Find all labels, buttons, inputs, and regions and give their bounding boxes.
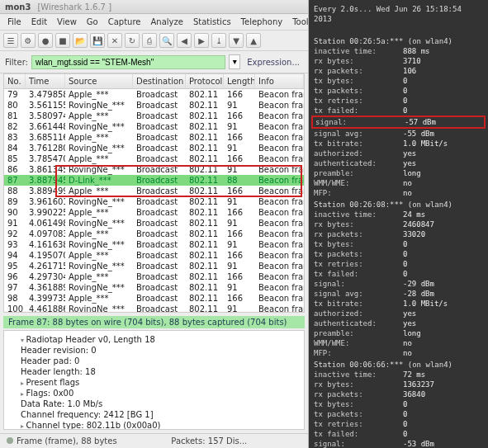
detail-line[interactable]: Data Rate: 1.0 Mb/s bbox=[11, 398, 297, 409]
detail-line[interactable]: Present flags bbox=[11, 377, 297, 388]
table-row[interactable]: 914.061498RovingNe_***Broadcast802.1191B… bbox=[4, 218, 304, 229]
packet-header-row: No.TimeSourceDestinationProtocolLengthIn… bbox=[4, 74, 304, 89]
station-row: signal:-53 dBm bbox=[309, 439, 488, 448]
station-row: tx bitrate:1.0 MBit/s bbox=[309, 299, 488, 309]
station-row: tx retries:0 bbox=[309, 259, 488, 269]
print-icon[interactable]: ⎙ bbox=[142, 33, 157, 48]
filter-bar: Filter: ▾ Expression... bbox=[0, 51, 308, 73]
packet-details[interactable]: Radiotap Header v0, Length 18Header revi… bbox=[3, 330, 305, 430]
menu-statistics[interactable]: Statistics bbox=[189, 16, 235, 28]
col-protocol[interactable]: Protocol bbox=[186, 74, 224, 88]
back-icon[interactable]: ◀ bbox=[177, 33, 192, 48]
expression-button[interactable]: Expression... bbox=[244, 58, 303, 67]
table-row[interactable]: 843.761280RovingNe_***Broadcast802.1191B… bbox=[4, 143, 304, 153]
table-row[interactable]: 984.399735Apple_***Broadcast802.11166Bea… bbox=[4, 293, 304, 304]
packet-list[interactable]: No.TimeSourceDestinationProtocolLengthIn… bbox=[3, 73, 305, 313]
table-row[interactable]: 924.097083Apple_***Broadcast802.11166Bea… bbox=[4, 229, 304, 239]
record-icon[interactable]: ● bbox=[38, 33, 53, 48]
station-row: tx packets:0 bbox=[309, 249, 488, 259]
station-row: tx bytes:0 bbox=[309, 239, 488, 249]
list-icon[interactable]: ☰ bbox=[3, 33, 18, 48]
col-length[interactable]: Length bbox=[224, 74, 255, 88]
filter-dropdown[interactable]: ▾ bbox=[229, 54, 240, 69]
titlebar: mon3 [Wireshark 1.6.7 ] bbox=[0, 0, 308, 14]
detail-line[interactable]: Header length: 18 bbox=[11, 366, 297, 377]
table-row[interactable]: 954.261715RovingNe_***Broadcast802.1191B… bbox=[4, 261, 304, 271]
station-row: signal:-29 dBm bbox=[309, 279, 488, 289]
menu-view[interactable]: View bbox=[53, 16, 81, 28]
col-no[interactable]: No. bbox=[4, 74, 26, 88]
menu-go[interactable]: Go bbox=[83, 16, 102, 28]
search-icon[interactable]: 🔍 bbox=[159, 33, 174, 48]
status-dot-icon bbox=[7, 437, 13, 444]
station-row: tx retries:0 bbox=[309, 96, 488, 106]
status-bar: Frame (frame), 88 bytes Packets: 157 Dis… bbox=[0, 433, 308, 448]
col-source[interactable]: Source bbox=[65, 74, 133, 88]
station-row: rx packets:36840 bbox=[309, 389, 488, 399]
close-icon[interactable]: ✕ bbox=[107, 33, 122, 48]
station-header: Station 00:26:5a:*** (on wlan4) bbox=[309, 36, 488, 46]
station-row: preamble:long bbox=[309, 168, 488, 178]
station-row: rx packets:106 bbox=[309, 66, 488, 76]
filter-input[interactable] bbox=[31, 55, 225, 69]
table-row[interactable]: 833.685116Apple_***Broadcast802.11166Bea… bbox=[4, 132, 304, 143]
menu-analyze[interactable]: Analyze bbox=[146, 16, 187, 28]
table-row[interactable]: 964.297304Apple_***Broadcast802.11166Bea… bbox=[4, 271, 304, 282]
reload-icon[interactable]: ↻ bbox=[125, 33, 140, 48]
jump-icon[interactable]: ⤓ bbox=[211, 33, 226, 48]
table-row[interactable]: 903.990225Apple_***Broadcast802.11166Bea… bbox=[4, 207, 304, 218]
detail-line[interactable]: Flags: 0x00 bbox=[11, 388, 297, 398]
wireshark-pane: mon3 [Wireshark 1.6.7 ] FileEditViewGoCa… bbox=[0, 0, 309, 448]
station-row: tx bytes:0 bbox=[309, 76, 488, 86]
folder-icon[interactable]: 📂 bbox=[73, 33, 88, 48]
table-row[interactable]: 853.785470Apple_***Broadcast802.11166Bea… bbox=[4, 153, 304, 164]
forward-icon[interactable]: ▶ bbox=[194, 33, 209, 48]
station-row: MFP:no bbox=[309, 348, 488, 358]
table-row[interactable]: 1004.461886RovingNe_***Broadcast802.1191… bbox=[4, 304, 304, 313]
col-destination[interactable]: Destination bbox=[133, 74, 186, 88]
table-row[interactable]: 893.961601RovingNe_***Broadcast802.1191B… bbox=[4, 196, 304, 207]
status-left: Frame (frame), 88 bytes bbox=[17, 436, 117, 446]
station-row: rx bytes:1363237 bbox=[309, 380, 488, 389]
station-row: tx failed:0 bbox=[309, 429, 488, 439]
station-row: preamble:long bbox=[309, 328, 488, 338]
table-row[interactable]: 793.479858Apple_***Broadcast802.11166Bea… bbox=[4, 89, 304, 100]
station-row: inactive time:24 ms bbox=[309, 210, 488, 219]
detail-line[interactable]: Radiotap Header v0, Length 18 bbox=[11, 334, 297, 345]
station-row: signal:-57 dBm bbox=[311, 116, 486, 129]
station-row: MFP:no bbox=[309, 188, 488, 198]
station-row: signal avg:-28 dBm bbox=[309, 289, 488, 299]
frame-summary-bar: Frame 87: 88 bytes on wire (704 bits), 8… bbox=[3, 316, 305, 328]
up-icon[interactable]: ▲ bbox=[246, 33, 261, 48]
gear-icon[interactable]: ⚙ bbox=[21, 33, 36, 48]
station-row: signal avg:-55 dBm bbox=[309, 129, 488, 139]
terminal-pane[interactable]: Every 2.0s... Wed Jun 26 15:18:54 2013St… bbox=[309, 0, 488, 448]
station-row: tx bitrate:1.0 MBit/s bbox=[309, 139, 488, 149]
station-row: tx packets:0 bbox=[309, 409, 488, 419]
table-row[interactable]: 883.889499Apple_***Broadcast802.11166Bea… bbox=[4, 186, 304, 196]
table-row[interactable]: 863.861345RovingNe_***Broadcast802.1191B… bbox=[4, 164, 304, 175]
station-row: rx packets:33020 bbox=[309, 229, 488, 239]
table-row[interactable]: 873.887945D-Link_***Broadcast802.1188Bea… bbox=[4, 175, 304, 186]
table-row[interactable]: 934.161638RovingNe_***Broadcast802.1191B… bbox=[4, 239, 304, 250]
down-icon[interactable]: ▼ bbox=[229, 33, 244, 48]
detail-line[interactable]: Channel type: 802.11b (0x00a0) bbox=[11, 420, 297, 430]
col-time[interactable]: Time bbox=[26, 74, 65, 88]
menu-file[interactable]: File bbox=[3, 16, 26, 28]
detail-line[interactable]: Header revision: 0 bbox=[11, 345, 297, 356]
table-row[interactable]: 803.561155RovingNe_***Broadcast802.1191B… bbox=[4, 100, 304, 111]
menu-telephony[interactable]: Telephony bbox=[237, 16, 287, 28]
detail-line[interactable]: Channel frequency: 2412 [BG 1] bbox=[11, 409, 297, 420]
station-header: Station 00:26:08:*** (on wlan4) bbox=[309, 200, 488, 210]
col-info[interactable]: Info bbox=[255, 74, 304, 88]
table-row[interactable]: 823.661448RovingNe_***Broadcast802.1191B… bbox=[4, 121, 304, 132]
detail-line[interactable]: Header pad: 0 bbox=[11, 356, 297, 366]
station-row: inactive time:888 ms bbox=[309, 46, 488, 56]
stop-icon[interactable]: ■ bbox=[55, 33, 70, 48]
menu-capture[interactable]: Capture bbox=[104, 16, 145, 28]
table-row[interactable]: 974.361889RovingNe_***Broadcast802.1191B… bbox=[4, 282, 304, 293]
save-icon[interactable]: 💾 bbox=[90, 33, 105, 48]
menu-edit[interactable]: Edit bbox=[27, 16, 51, 28]
table-row[interactable]: 944.195070Apple_***Broadcast802.11166Bea… bbox=[4, 250, 304, 261]
table-row[interactable]: 813.580974Apple_***Broadcast802.11166Bea… bbox=[4, 111, 304, 121]
